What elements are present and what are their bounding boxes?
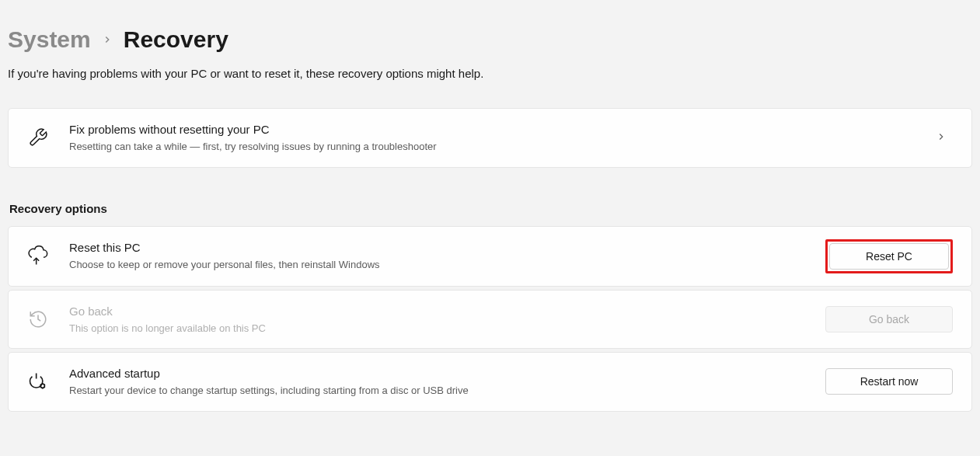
- chevron-right-icon: [929, 130, 953, 146]
- advanced-startup-card: Advanced startup Restart your device to …: [8, 352, 972, 412]
- page-title: Recovery: [124, 26, 228, 53]
- go-back-button: Go back: [825, 306, 953, 332]
- svg-point-0: [40, 385, 44, 388]
- restart-now-button[interactable]: Restart now: [825, 368, 953, 395]
- highlight-annotation: Reset PC: [825, 239, 953, 273]
- go-back-text: Go back This option is no longer availab…: [69, 303, 805, 336]
- intro-text: If you're having problems with your PC o…: [8, 67, 972, 108]
- reset-pc-button[interactable]: Reset PC: [829, 243, 949, 270]
- advanced-startup-text: Advanced startup Restart your device to …: [69, 365, 805, 399]
- advanced-startup-title: Advanced startup: [69, 365, 805, 381]
- go-back-card: Go back This option is no longer availab…: [8, 290, 972, 350]
- chevron-right-icon: [102, 30, 113, 50]
- reset-pc-title: Reset this PC: [69, 239, 805, 256]
- troubleshoot-card[interactable]: Fix problems without resetting your PC R…: [8, 108, 972, 168]
- power-gear-icon: [27, 371, 49, 392]
- breadcrumb-parent[interactable]: System: [8, 26, 91, 53]
- wrench-icon: [27, 127, 49, 148]
- reset-pc-text: Reset this PC Choose to keep or remove y…: [69, 239, 805, 273]
- go-back-desc: This option is no longer available on th…: [69, 321, 805, 336]
- reset-pc-card: Reset this PC Choose to keep or remove y…: [8, 226, 972, 287]
- troubleshoot-text: Fix problems without resetting your PC R…: [69, 121, 909, 155]
- troubleshoot-desc: Resetting can take a while — first, try …: [69, 139, 909, 155]
- reset-pc-desc: Choose to keep or remove your personal f…: [69, 257, 805, 273]
- history-icon: [27, 308, 49, 330]
- cloud-reset-icon: [27, 245, 49, 267]
- breadcrumb: System Recovery: [8, 8, 972, 67]
- troubleshoot-title: Fix problems without resetting your PC: [69, 121, 909, 137]
- go-back-title: Go back: [69, 303, 805, 319]
- recovery-options-header: Recovery options: [8, 171, 972, 226]
- advanced-startup-desc: Restart your device to change startup se…: [69, 383, 805, 399]
